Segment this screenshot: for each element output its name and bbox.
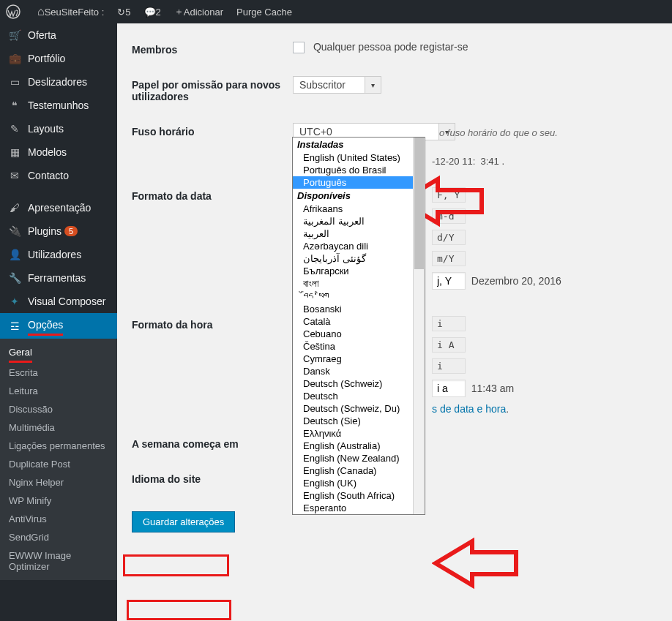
sidebar-item-oferta[interactable]: 🛒Oferta	[0, 23, 117, 47]
time-code: i A	[432, 337, 466, 353]
lang-option[interactable]: Bosanski	[293, 303, 425, 315]
submenu-duplicate-post[interactable]: Duplicate Post	[0, 455, 117, 473]
sidebar-item-opcoes[interactable]: ☲Opções	[0, 313, 117, 339]
sidebar-item-visual-composer[interactable]: ✦Visual Composer	[0, 290, 117, 313]
sidebar-item-layouts[interactable]: ✎Layouts	[0, 117, 117, 140]
purge-label: Purge Cache	[236, 7, 292, 18]
home-icon: ⌂	[37, 5, 45, 18]
pencil-icon: ✎	[7, 123, 22, 135]
comments-link[interactable]: 💬 2	[144, 7, 161, 18]
lang-option[interactable]: Dansk	[293, 365, 425, 377]
row-default-role: Papel por omissão para novos utilizadore…	[132, 66, 657, 113]
submenu-geral[interactable]: Geral	[0, 343, 117, 364]
cart-icon: 🛒	[7, 29, 22, 41]
timezone-label: Fuso horário	[132, 123, 293, 138]
time-preview: 11:43 am	[471, 383, 514, 394]
custom-time-input[interactable]	[432, 380, 466, 397]
comments-count: 2	[156, 7, 161, 18]
submenu-escrita[interactable]: Escrita	[0, 364, 117, 382]
submenu-sendgrid[interactable]: SendGrid	[0, 528, 117, 546]
sidebar-item-plugins[interactable]: 🔌Plugins5	[0, 219, 117, 243]
plus-icon: ＋	[174, 5, 184, 18]
sidebar-item-apresentacao[interactable]: 🖌Apresentação	[0, 196, 117, 219]
add-new-link[interactable]: ＋ Adicionar	[174, 5, 223, 18]
lang-option-selected[interactable]: Português	[293, 176, 425, 189]
time-code: i	[432, 358, 466, 374]
sidebar-item-utilizadores[interactable]: 👤Utilizadores	[0, 243, 117, 266]
lang-option[interactable]: English (New Zealand)	[293, 452, 425, 464]
sidebar-item-deslizadores[interactable]: ▭Deslizadores	[0, 70, 117, 94]
lang-option[interactable]: Afrikaans	[293, 203, 425, 215]
lang-option[interactable]: English (UK)	[293, 477, 425, 489]
sidebar-item-ferramentas[interactable]: 🔧Ferramentas	[0, 266, 117, 290]
save-changes-button[interactable]: Guardar alterações	[132, 511, 235, 532]
updates-link[interactable]: ↻ 5	[117, 7, 130, 18]
custom-date-input[interactable]	[432, 272, 466, 290]
user-icon: 👤	[7, 249, 22, 260]
lang-option[interactable]: Azərbaycan dili	[293, 240, 425, 252]
lang-option[interactable]: گؤنئی آذربایجان	[293, 252, 425, 265]
lang-option[interactable]: English (South Africa)	[293, 489, 425, 502]
lang-option[interactable]: Čeština	[293, 340, 425, 353]
week-starts-label: A semana começa em	[132, 435, 293, 450]
lang-option[interactable]: Български	[293, 265, 425, 277]
submenu-discussao[interactable]: Discussão	[0, 400, 117, 418]
purge-cache-link[interactable]: Purge Cache	[236, 7, 292, 18]
vc-icon: ✦	[7, 296, 22, 307]
lang-option[interactable]: Català	[293, 315, 425, 328]
quote-icon: ❝	[7, 99, 22, 111]
lang-option[interactable]: Deutsch (Schweiz)	[293, 377, 425, 390]
submenu-ewww[interactable]: EWWW Image Optimizer	[0, 546, 117, 576]
add-label: Adicionar	[184, 7, 223, 18]
group-installed: Instaladas	[293, 138, 425, 151]
lang-option[interactable]: བོད་ཡིག	[293, 290, 425, 303]
briefcase-icon: 💼	[7, 53, 22, 64]
sidebar-item-testemunhos[interactable]: ❝Testemunhos	[0, 94, 117, 117]
lang-option[interactable]: বাংলা	[293, 277, 425, 290]
lang-option[interactable]: Cebuano	[293, 328, 425, 340]
submenu-leitura[interactable]: Leitura	[0, 382, 117, 400]
slider-icon: ▭	[7, 76, 22, 88]
lang-option[interactable]: Cymraeg	[293, 353, 425, 365]
submenu-ligacoes[interactable]: Ligações permanentes	[0, 437, 117, 455]
dropdown-scrollbar[interactable]	[413, 138, 425, 514]
lang-option[interactable]: العربية المغربية	[293, 215, 425, 227]
lang-option[interactable]: Esperanto	[293, 502, 425, 514]
members-label: Membros	[132, 41, 293, 56]
site-home-link[interactable]: ⌂ SeuSiteFeito :	[37, 5, 104, 18]
chevron-down-icon: ▾	[365, 76, 381, 94]
lang-option[interactable]: English (Australia)	[293, 440, 425, 452]
plug-icon: 🔌	[7, 225, 22, 237]
anyone-register-checkbox[interactable]	[293, 42, 305, 53]
lang-option[interactable]: Ελληνικά	[293, 427, 425, 440]
date-time-doc-link[interactable]: s de data e hora	[432, 403, 506, 415]
scrollbar-thumb[interactable]	[414, 138, 424, 269]
lang-option[interactable]: العربية	[293, 227, 425, 240]
lang-option[interactable]: English (Canada)	[293, 464, 425, 477]
sidebar-item-portfolio[interactable]: 💼Portfólio	[0, 47, 117, 70]
date-preview: Dezembro 20, 2016	[471, 275, 561, 287]
refresh-icon: ↻	[117, 7, 125, 18]
sidebar-item-contacto[interactable]: ✉Contacto	[0, 164, 117, 187]
submenu-multimedia[interactable]: Multimédia	[0, 418, 117, 437]
lang-option[interactable]: Deutsch (Schweiz, Du)	[293, 402, 425, 415]
submenu-wp-minify[interactable]: WP Minify	[0, 492, 117, 510]
wp-logo[interactable]	[6, 4, 24, 19]
lang-option[interactable]: Deutsch (Sie)	[293, 415, 425, 427]
date-code: m-d	[432, 208, 466, 224]
options-submenu: Geral Escrita Leitura Discussão Multiméd…	[0, 339, 117, 580]
lang-option[interactable]: Português do Brasil	[293, 164, 425, 176]
row-members: Membros Qualquer pessoa pode registar-se	[132, 31, 657, 66]
lang-option[interactable]: Deutsch	[293, 390, 425, 402]
site-name: SeuSiteFeito :	[45, 7, 105, 18]
anyone-register-label: Qualquer pessoa pode registar-se	[313, 41, 468, 53]
date-format-label: Formato da data	[132, 187, 293, 202]
default-role-select[interactable]: Subscritor ▾	[293, 76, 381, 94]
lang-option[interactable]: English (United States)	[293, 151, 425, 164]
date-code: m/Y	[432, 251, 466, 266]
submenu-antivirus[interactable]: AntiVirus	[0, 510, 117, 528]
time-code: i	[432, 316, 466, 331]
updates-count: 5	[125, 7, 130, 18]
sidebar-item-modelos[interactable]: ▦Modelos	[0, 140, 117, 164]
submenu-nginx-helper[interactable]: Nginx Helper	[0, 473, 117, 492]
